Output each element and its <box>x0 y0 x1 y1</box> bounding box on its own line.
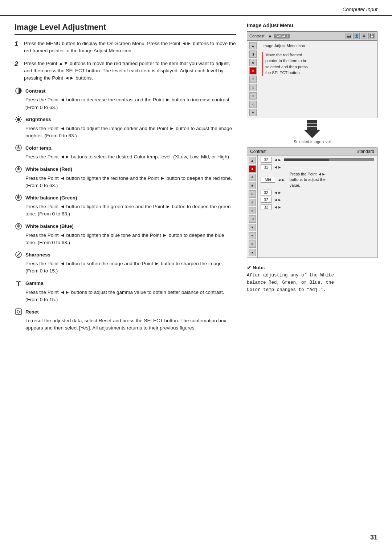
sidebar-icon-sharp: ◁ <box>249 101 257 108</box>
svg-rect-20 <box>16 309 21 315</box>
d2-row-5: 32 ◄► <box>261 204 374 210</box>
d2-val-0: 32 <box>261 157 271 163</box>
item-color-temp-header: Color temp. <box>15 144 236 152</box>
step-2-number: 2 <box>15 59 21 82</box>
callout2-label: Move the red framedpointer to the item t… <box>265 53 308 75</box>
d2-icon-contrast: ◑ <box>249 165 256 173</box>
item-color-temp: Color temp. Press the Point ◄► buttons t… <box>15 144 236 161</box>
item-sharpness-header: Sharpness <box>15 251 236 259</box>
d2-arrows-2: ◄► <box>277 178 285 182</box>
sidebar-row-ctemp: ◉ <box>249 67 257 74</box>
item-gamma-title: Gamma <box>25 280 44 286</box>
d2-icon-up: ▲ <box>249 157 256 164</box>
sidebar-row-bright: ✿ <box>249 59 257 66</box>
item-contrast-header: Contrast <box>15 87 236 95</box>
item-wb-green-desc: Press the Point ◄ button to lighten the … <box>25 203 236 218</box>
item-reset-title: Reset <box>25 309 39 315</box>
menu-icons-row: 📷 👤 ⚙ 💾 <box>346 33 375 39</box>
item-gamma-header: Gamma <box>15 279 236 287</box>
diagram2-top-bar: Contrast Standard <box>247 148 377 155</box>
page-content: Image Level Adjustment 1 Press the MENU … <box>0 23 392 336</box>
arrow-bar-3 <box>307 127 317 130</box>
step-2-text: Press the Point ▲▼ buttons to move the r… <box>24 60 236 82</box>
note-title: ✔ Note: <box>247 264 377 272</box>
diagram1-sidebar: ▲ ◑ ✿ ◉ ◎ ◎ <box>247 41 259 118</box>
gamma-icon <box>15 279 23 287</box>
svg-line-7 <box>20 121 21 122</box>
diagram1: Contrast ■ SVGA 1 📷 👤 ⚙ 💾 ▲ ◑ <box>247 31 377 118</box>
step-1-text: Press the MENU button to display the On-… <box>24 40 236 55</box>
item-wb-blue-title: White balance (Blue) <box>25 223 74 229</box>
diagram2-sidebar: ▲ ◑ ✿ ◉ ◎ ◎ ◎ ◁ ▼ ⟳ ⚙ ■ <box>247 155 258 258</box>
sidebar-icon-bright: ✿ <box>249 59 257 66</box>
svg-line-9 <box>16 121 17 122</box>
reset-icon <box>15 308 23 316</box>
note-text: After adjusting any of the White balance… <box>247 272 377 294</box>
item-wb-red-desc: Press the Point ◄ button to lighten the … <box>25 175 236 190</box>
note-title-text: Note: <box>253 264 265 272</box>
item-contrast-title: Contrast <box>25 88 46 94</box>
diagram1-body: ▲ ◑ ✿ ◉ ◎ ◎ <box>247 41 377 118</box>
color-temp-icon <box>15 144 23 152</box>
item-brightness-title: Brightness <box>25 117 51 122</box>
sidebar-row-wb3: ◎ <box>249 92 257 100</box>
d2-arrows-0: ◄► <box>274 158 282 162</box>
d2-icon-extra3: ■ <box>249 249 256 256</box>
d2-row-3: 32 ◄► <box>261 190 374 195</box>
sidebar-row-wb2: ◎ <box>249 84 257 91</box>
d2-icon-wb1: ◎ <box>249 190 256 198</box>
item-sharpness-title: Sharpness <box>25 252 50 258</box>
diagram2-top-label2: Standard <box>356 149 374 154</box>
sidebar-row-up: ▲ <box>249 42 257 49</box>
d2-bar-0 <box>284 158 374 161</box>
right-column: Image Adjust Menu Contrast ■ SVGA 1 📷 👤 … <box>247 23 377 336</box>
item-color-temp-title: Color temp. <box>25 145 53 151</box>
d2-icon-down: ▼ <box>249 224 256 231</box>
d2-val-2: Mid <box>261 177 275 183</box>
diagram1-title: Image Adjust Menu <box>247 23 377 28</box>
brightness-icon <box>15 116 23 124</box>
item-sharpness: Sharpness Press the Point ◄ button to so… <box>15 251 236 275</box>
item-reset-header: Reset <box>15 308 236 316</box>
d2-val-5: 32 <box>261 204 271 210</box>
sidebar-row-down: ▼ <box>249 109 257 116</box>
d2-val-3: 32 <box>261 190 271 195</box>
d2-bar-fill-0 <box>284 159 329 161</box>
item-brightness-header: Brightness <box>15 116 236 124</box>
page-header: Computer Input <box>0 0 392 16</box>
d2-row-0: 32 ◄► <box>261 157 374 163</box>
item-brightness-desc: Press the Point ◄ button to adjust the i… <box>25 125 236 140</box>
item-wb-red-title: White balance (Red) <box>25 166 72 172</box>
item-reset-desc: To reset the adjusted data, select Reset… <box>25 317 236 332</box>
d2-callout: Press the Point ◄►buttons to adjust thev… <box>290 171 326 188</box>
item-brightness: Brightness Press the Point ◄ button to a… <box>15 116 236 140</box>
item-contrast: Contrast Press the Point ◄ button to dec… <box>15 87 236 111</box>
d2-icon-wb2: ◎ <box>249 199 256 206</box>
menu-icon-4: 💾 <box>368 33 375 39</box>
d2-row-2: Mid ◄► Press the Point ◄►buttons to adju… <box>261 171 374 188</box>
sidebar-icon-contrast: ◑ <box>249 50 257 58</box>
diagram1-top-label: Contrast <box>249 34 265 38</box>
diagram1-top-bar: Contrast ■ SVGA 1 📷 👤 ⚙ 💾 <box>247 32 377 41</box>
item-wb-green-title: White balance (Green) <box>25 195 77 201</box>
diagram2-body: ▲ ◑ ✿ ◉ ◎ ◎ ◎ ◁ ▼ ⟳ ⚙ ■ 32 <box>247 155 377 258</box>
d2-val-1: 32 <box>261 164 271 170</box>
step-1: 1 Press the MENU button to display the O… <box>15 40 236 55</box>
sidebar-icon-ctemp: ◉ <box>249 67 257 74</box>
checkmark-icon: ✔ <box>247 264 251 272</box>
sidebar-icon-down: ▼ <box>249 109 257 116</box>
d2-val-4: 32 <box>261 197 271 203</box>
d2-arrows-3: ◄► <box>274 190 282 195</box>
contrast-icon <box>15 87 23 95</box>
item-wb-red-header: White balance (Red) <box>15 165 236 173</box>
sharpness-icon <box>15 251 23 259</box>
svg-line-19 <box>17 253 20 256</box>
diagram1-callouts: Image Adjust Menu icon Move the red fram… <box>259 41 377 118</box>
menu-icon-1: 📷 <box>346 33 352 39</box>
callout1-text: Image Adjust Menu icon <box>262 43 373 49</box>
svga-badge: SVGA 1 <box>274 34 290 39</box>
menu-icon-3: ⚙ <box>361 33 367 39</box>
wb-red-icon <box>15 165 23 173</box>
item-reset: Reset To reset the adjusted data, select… <box>15 308 236 332</box>
sidebar-icon-wb1: ◎ <box>249 76 257 83</box>
